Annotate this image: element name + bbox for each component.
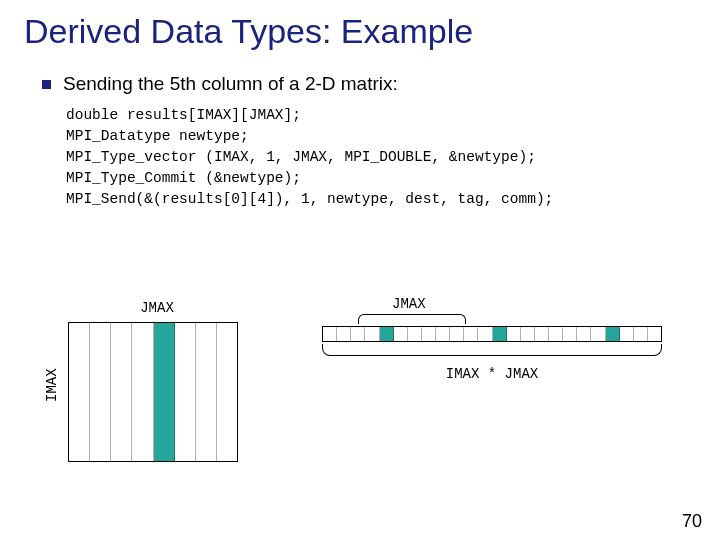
matrix-jmax-label: JMAX bbox=[72, 300, 242, 316]
strip-cell bbox=[337, 327, 351, 341]
strip-top-brace: JMAX bbox=[322, 300, 672, 326]
square-bullet-icon bbox=[42, 80, 51, 89]
matrix-grid bbox=[68, 322, 238, 462]
strip-cell bbox=[634, 327, 648, 341]
strip-jmax-label: JMAX bbox=[392, 296, 426, 312]
strip-cell bbox=[365, 327, 379, 341]
strip-cell bbox=[351, 327, 365, 341]
matrix-col bbox=[175, 323, 196, 461]
page-number: 70 bbox=[682, 511, 702, 532]
strip-cell bbox=[478, 327, 492, 341]
bullet-text: Sending the 5th column of a 2-D matrix: bbox=[63, 73, 398, 95]
slide-title: Derived Data Types: Example bbox=[24, 12, 696, 51]
matrix-diagram: JMAX IMAX bbox=[42, 300, 252, 462]
matrix-col bbox=[132, 323, 153, 461]
strip-bottom-label: IMAX * JMAX bbox=[322, 366, 662, 382]
strip-cell bbox=[563, 327, 577, 341]
slide: Derived Data Types: Example Sending the … bbox=[0, 0, 720, 540]
matrix-col bbox=[111, 323, 132, 461]
strip-cell-highlight bbox=[606, 327, 620, 341]
strip-cell-highlight bbox=[493, 327, 507, 341]
strip-cell bbox=[591, 327, 605, 341]
strip-cell bbox=[549, 327, 563, 341]
diagrams-area: JMAX IMAX JMAX IMAX * JMAX bbox=[42, 300, 682, 490]
strip-cell bbox=[436, 327, 450, 341]
matrix-col bbox=[217, 323, 237, 461]
strip-cell bbox=[507, 327, 521, 341]
code-block: double results[IMAX][JMAX]; MPI_Datatype… bbox=[66, 105, 696, 210]
strip-cell bbox=[464, 327, 478, 341]
strip-cell bbox=[535, 327, 549, 341]
strip-cell bbox=[620, 327, 634, 341]
strip-cell bbox=[450, 327, 464, 341]
strip-cells bbox=[322, 326, 662, 342]
strip-cell bbox=[422, 327, 436, 341]
strip-cell bbox=[521, 327, 535, 341]
strip-cell bbox=[408, 327, 422, 341]
bullet-item: Sending the 5th column of a 2-D matrix: bbox=[42, 73, 696, 95]
brace-icon bbox=[358, 314, 466, 324]
strip-cell bbox=[577, 327, 591, 341]
matrix-col bbox=[69, 323, 90, 461]
matrix-col bbox=[90, 323, 111, 461]
brace-icon bbox=[322, 344, 662, 356]
strip-cell bbox=[394, 327, 408, 341]
strip-diagram: JMAX IMAX * JMAX bbox=[322, 300, 672, 382]
strip-cell-highlight bbox=[380, 327, 394, 341]
strip-cell bbox=[323, 327, 337, 341]
strip-bottom-brace bbox=[322, 342, 672, 364]
matrix-imax-label: IMAX bbox=[44, 382, 60, 402]
matrix-col-highlight bbox=[154, 323, 175, 461]
matrix-col bbox=[196, 323, 217, 461]
strip-cell bbox=[648, 327, 661, 341]
